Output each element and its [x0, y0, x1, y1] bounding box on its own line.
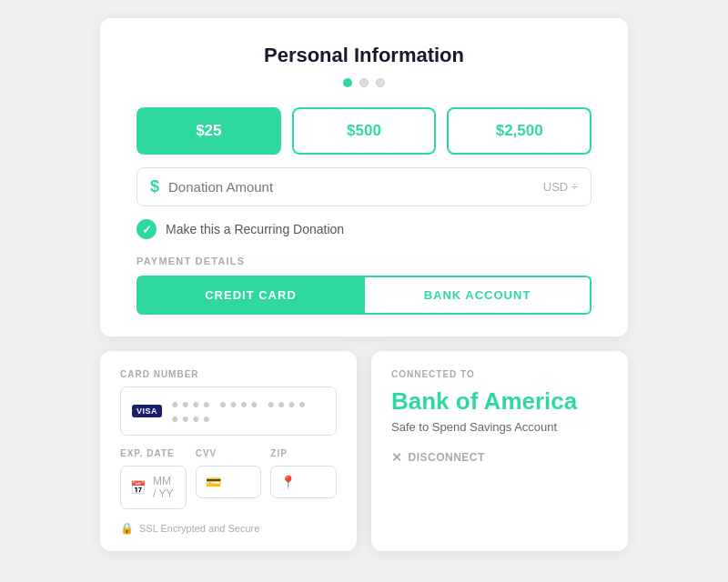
cvv-input[interactable]: 💳 [196, 466, 262, 498]
zip-field: ZIP 📍 [270, 448, 337, 509]
cvv-field: CVV 💳 [196, 448, 262, 509]
top-card: Personal Information $25 $500 $2,500 $ U… [100, 18, 628, 336]
calendar-icon: 📅 [130, 480, 146, 495]
credit-card-tab[interactable]: CREDIT CARD [136, 276, 365, 315]
exp-placeholder: MM / YY [153, 475, 177, 500]
card-dots: ●●●● ●●●● ●●●● ●●●● [171, 396, 325, 426]
step-dot-2 [359, 78, 369, 87]
step-dot-3 [376, 78, 385, 87]
card-number-label: CARD NUMBER [120, 369, 337, 379]
cc-fields-row: EXP. DATE 📅 MM / YY CVV 💳 ZIP 📍 [120, 448, 337, 509]
amount-500-button[interactable]: $500 [292, 107, 437, 155]
page-title: Personal Information [136, 44, 592, 67]
account-type: Safe to Spend Savings Account [391, 420, 608, 434]
location-icon: 📍 [280, 475, 296, 489]
visa-badge: VISA [132, 405, 162, 417]
donation-input-row: $ USD ÷ [136, 167, 592, 206]
card-number-input[interactable]: VISA ●●●● ●●●● ●●●● ●●●● [120, 386, 337, 436]
dollar-sign: $ [150, 177, 159, 196]
card-icon: 💳 [206, 475, 221, 489]
ssl-text: SSL Encrypted and Secure [139, 523, 259, 534]
lock-icon: 🔒 [120, 522, 134, 535]
disconnect-x-icon: ✕ [391, 450, 403, 465]
bank-account-tab[interactable]: BANK ACCOUNT [365, 276, 592, 315]
zip-input[interactable]: 📍 [270, 466, 337, 498]
exp-date-input[interactable]: 📅 MM / YY [120, 466, 187, 509]
bank-name: Bank of America [391, 388, 608, 415]
donation-amount-input[interactable] [168, 179, 536, 195]
exp-date-field: EXP. DATE 📅 MM / YY [120, 448, 187, 509]
step-dot-1 [343, 78, 352, 87]
zip-label: ZIP [270, 448, 337, 458]
amount-buttons: $25 $500 $2,500 [136, 107, 592, 155]
recurring-row: Make this a Recurring Donation [136, 219, 592, 239]
payment-details-label: PAYMENT DETAILS [136, 256, 592, 266]
disconnect-label: DISCONNECT [409, 451, 485, 464]
connected-label: CONNECTED TO [391, 369, 608, 379]
disconnect-button[interactable]: ✕ DISCONNECT [391, 450, 485, 465]
currency-label: USD ÷ [543, 180, 578, 194]
main-container: Personal Information $25 $500 $2,500 $ U… [0, 0, 728, 582]
amount-25-button[interactable]: $25 [136, 107, 281, 155]
ssl-row: 🔒 SSL Encrypted and Secure [120, 522, 337, 535]
payment-tabs: CREDIT CARD BANK ACCOUNT [136, 276, 592, 315]
exp-date-label: EXP. DATE [120, 448, 187, 458]
recurring-label: Make this a Recurring Donation [166, 222, 344, 236]
amount-2500-button[interactable]: $2,500 [447, 107, 592, 155]
bottom-row: CARD NUMBER VISA ●●●● ●●●● ●●●● ●●●● EXP… [100, 351, 628, 551]
cvv-label: CVV [196, 448, 262, 458]
bank-account-panel: CONNECTED TO Bank of America Safe to Spe… [371, 351, 628, 551]
credit-card-panel: CARD NUMBER VISA ●●●● ●●●● ●●●● ●●●● EXP… [100, 351, 357, 551]
recurring-checkbox[interactable] [136, 219, 157, 239]
step-indicators [136, 78, 592, 87]
